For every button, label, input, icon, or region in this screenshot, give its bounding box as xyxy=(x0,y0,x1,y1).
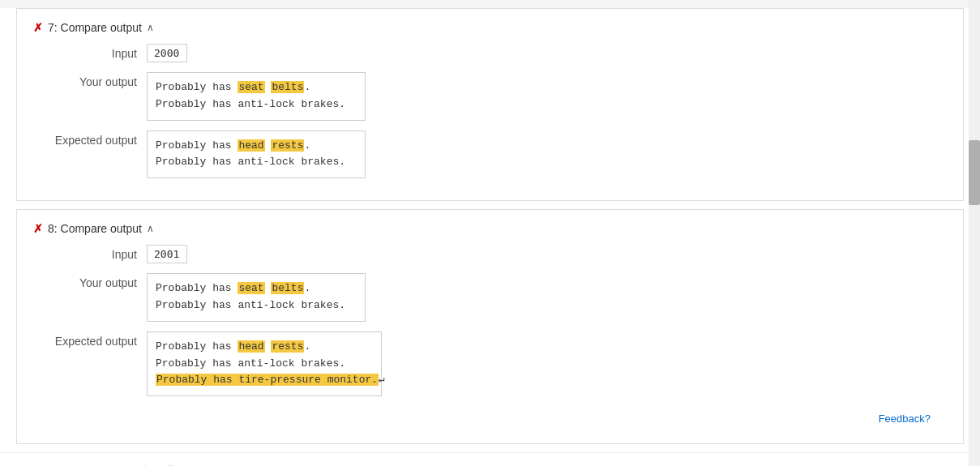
section-7-input-label: Input xyxy=(33,44,147,60)
section-7-expected-line-2: Probably has anti-lock brakes. xyxy=(156,154,357,171)
highlight: seat xyxy=(238,81,264,93)
section-7-panel: ✗ 7: Compare output ∧ Input 2000 Your ou… xyxy=(16,8,964,201)
section-7-your-output-line-1: Probably has seat belts. xyxy=(156,79,357,96)
section-7-expected-output-row: Expected output Probably has head rests.… xyxy=(33,130,947,179)
feedback-link[interactable]: Feedback? xyxy=(879,413,931,425)
highlight: rests xyxy=(271,139,304,152)
section-8-expected-line-1: Probably has head rests. xyxy=(156,339,373,356)
highlight: Probably has tire-pressure monitor. xyxy=(156,374,379,386)
section-7-expected-output-label: Expected output xyxy=(33,130,147,147)
section-8-chevron-icon[interactable]: ∧ xyxy=(147,223,154,234)
section-8-your-output-box: Probably has seat belts. Probably has an… xyxy=(147,273,366,322)
section-7-title: 7: Compare output xyxy=(48,21,142,34)
section-7-your-output-row: Your output Probably has seat belts. Pro… xyxy=(33,72,947,121)
section-8-input-row: Input 2001 xyxy=(33,245,947,263)
section-7-your-output-line-2: Probably has anti-lock brakes. xyxy=(156,96,357,113)
section-7-your-output-label: Your output xyxy=(33,72,147,88)
section-8-expected-output-box: Probably has head rests. Probably has an… xyxy=(147,331,382,396)
section-8-your-output-line-2: Probably has anti-lock brakes. xyxy=(156,297,357,314)
section-7-input-row: Input 2000 xyxy=(33,44,947,62)
highlight: head xyxy=(238,139,264,152)
section-7-expected-output-box: Probably has head rests. Probably has an… xyxy=(147,130,366,179)
section-7-chevron-icon[interactable]: ∧ xyxy=(147,22,154,33)
highlight: head xyxy=(238,340,264,353)
section-8-expected-line-3: Probably has tire-pressure monitor.↵ xyxy=(156,372,373,389)
section-7-expected-line-1: Probably has head rests. xyxy=(156,138,357,155)
content-area: ✗ 7: Compare output ∧ Input 2000 Your ou… xyxy=(0,8,980,466)
section-8-panel: ✗ 8: Compare output ∧ Input 2001 Your ou… xyxy=(16,209,964,444)
main-container: ✗ 7: Compare output ∧ Input 2000 Your ou… xyxy=(0,8,980,466)
section-8-input-label: Input xyxy=(33,245,147,261)
highlight: belts xyxy=(271,282,304,294)
scrollbar[interactable] xyxy=(969,0,980,466)
highlight: belts xyxy=(271,81,304,93)
section-8-title: 8: Compare output xyxy=(48,222,142,235)
section-8-input-value: 2001 xyxy=(147,245,187,263)
feedback-row: Feedback? xyxy=(33,406,947,431)
section-7-input-value: 2000 xyxy=(147,44,187,62)
section-7-x-icon: ✗ xyxy=(33,21,43,34)
section-8-your-output-row: Your output Probably has seat belts. Pro… xyxy=(33,273,947,322)
section-8-your-output-label: Your output xyxy=(33,273,147,289)
section-8-your-output-line-1: Probably has seat belts. xyxy=(156,280,357,297)
section-8-header: ✗ 8: Compare output ∧ xyxy=(33,222,947,235)
scrollbar-thumb[interactable] xyxy=(969,140,980,205)
highlight: seat xyxy=(238,282,264,294)
highlight: rests xyxy=(271,340,304,353)
feedback-section: How was this section? 👍 👎 Provide feedba… xyxy=(0,452,980,466)
section-8-expected-output-label: Expected output xyxy=(33,331,147,348)
section-8-x-icon: ✗ xyxy=(33,222,43,235)
section-8-expected-line-2: Probably has anti-lock brakes. xyxy=(156,356,373,373)
section-8-expected-output-row: Expected output Probably has head rests.… xyxy=(33,331,947,396)
section-7-your-output-box: Probably has seat belts. Probably has an… xyxy=(147,72,366,121)
section-7-header: ✗ 7: Compare output ∧ xyxy=(33,21,947,34)
